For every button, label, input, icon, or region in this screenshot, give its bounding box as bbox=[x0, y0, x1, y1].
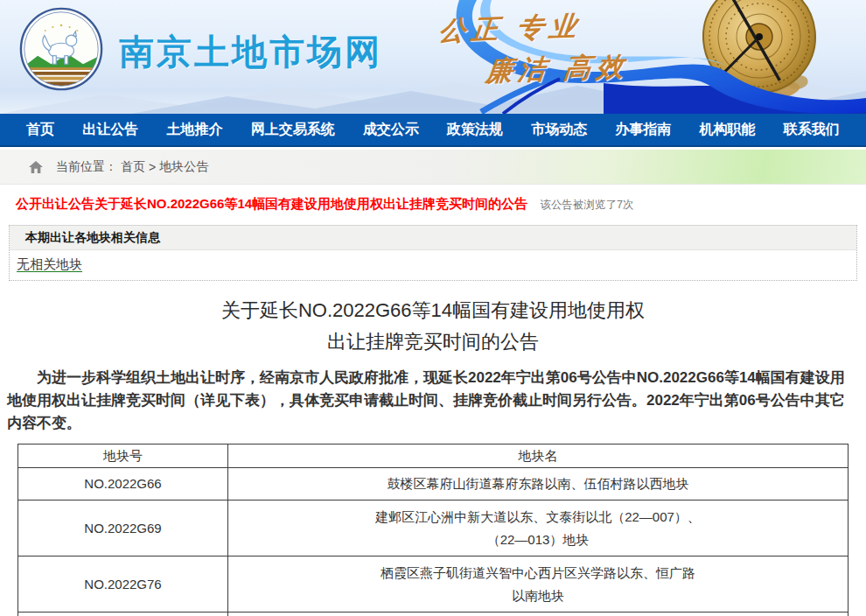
site-logo-icon bbox=[19, 7, 103, 91]
plot-number-cell: NO.2022G69 bbox=[18, 500, 228, 556]
home-icon bbox=[28, 160, 44, 174]
table-row: NO.2022G76 栖霞区燕子矶街道兴智中心西片区兴学路以东、恒广路 以南地块 bbox=[18, 556, 849, 612]
plots-table: 地块号 地块名 NO.2022G66 鼓楼区幕府山街道幕府东路以南、伍佰村路以西… bbox=[17, 444, 849, 616]
plot-name-cell: 栖霞区燕子矶街道兴智中心西片区兴学路以东、恒广路 以南地块 bbox=[228, 556, 849, 612]
breadcrumb-separator: > bbox=[149, 160, 156, 174]
slogan-line-2: 廉洁 高效 bbox=[484, 48, 631, 90]
notice-title: 公开出让公告关于延长NO.2022G66等14幅国有建设用地使用权出让挂牌竞买时… bbox=[16, 196, 527, 211]
breadcrumb-prefix: 当前位置： bbox=[56, 159, 117, 175]
no-related-plots-link[interactable]: 无相关地块 bbox=[17, 256, 82, 272]
site-header: 南京土地市场网 公正 专业 廉洁 高效 bbox=[0, 0, 866, 114]
plot-name-cell: 栖霞区迈皋桥街道燕春路以南、兴卫路以东地块 bbox=[228, 612, 849, 616]
notice-view-count: 该公告被浏览了7次 bbox=[541, 199, 634, 211]
nav-item-policies[interactable]: 政策法规 bbox=[447, 114, 503, 145]
table-header-row: 地块号 地块名 bbox=[18, 444, 849, 468]
nav-item-contact[interactable]: 联系我们 bbox=[784, 114, 840, 145]
article-title-line-2: 出让挂牌竞买时间的公告 bbox=[0, 326, 866, 358]
breadcrumb-home-link[interactable]: 首页 bbox=[121, 159, 145, 175]
plot-name-cell: 鼓楼区幕府山街道幕府东路以南、伍佰村路以西地块 bbox=[228, 468, 849, 500]
nav-item-transfer-notices[interactable]: 出让公告 bbox=[82, 114, 138, 145]
nav-item-online-trading[interactable]: 网上交易系统 bbox=[251, 114, 335, 145]
plot-name-cell: 建邺区江心洲中新大道以东、文泰街以北（22—007）、 （22—013）地块 bbox=[228, 500, 849, 556]
related-plots-box-body: 无相关地块 bbox=[10, 250, 856, 280]
related-plots-box-title: 本期出让各地块相关信息 bbox=[10, 226, 856, 250]
plot-number-cell: NO.2022G76 bbox=[18, 556, 228, 612]
table-row: NO.2022G66 鼓楼区幕府山街道幕府东路以南、伍佰村路以西地块 bbox=[18, 468, 849, 500]
site-title: 南京土地市场网 bbox=[119, 28, 382, 76]
main-nav: 首页 出让公告 土地推介 网上交易系统 成交公示 政策法规 市场动态 办事指南 … bbox=[0, 114, 866, 147]
column-header-plot-number: 地块号 bbox=[18, 444, 228, 468]
article-body-paragraph: 为进一步科学组织土地出让时序，经南京市人民政府批准，现延长2022年宁出第06号… bbox=[7, 367, 859, 435]
breadcrumb: 当前位置： 首页 > 地块公告 bbox=[0, 150, 866, 185]
plot-number-cell: NO.2022G79 bbox=[18, 612, 228, 616]
slogan-line-1: 公正 专业 bbox=[436, 8, 583, 50]
nav-item-service-guide[interactable]: 办事指南 bbox=[615, 114, 671, 145]
nav-item-functions[interactable]: 机构职能 bbox=[700, 114, 756, 145]
related-plots-box: 本期出让各地块相关信息 无相关地块 bbox=[9, 225, 857, 281]
plot-number-cell: NO.2022G66 bbox=[18, 468, 228, 500]
column-header-plot-name: 地块名 bbox=[228, 444, 849, 468]
table-row: NO.2022G69 建邺区江心洲中新大道以东、文泰街以北（22—007）、 （… bbox=[18, 500, 849, 556]
nav-item-home[interactable]: 首页 bbox=[26, 114, 54, 145]
nav-item-land-promotion[interactable]: 土地推介 bbox=[166, 114, 222, 145]
nav-item-deal-publicity[interactable]: 成交公示 bbox=[363, 114, 419, 145]
table-row: NO.2022G79 栖霞区迈皋桥街道燕春路以南、兴卫路以东地块 bbox=[18, 612, 849, 616]
article-title-line-1: 关于延长NO.2022G66等14幅国有建设用地使用权 bbox=[0, 295, 866, 326]
notice-line: 公开出让公告关于延长NO.2022G66等14幅国有建设用地使用权出让挂牌竞买时… bbox=[0, 185, 866, 218]
nav-item-market-news[interactable]: 市场动态 bbox=[531, 114, 587, 145]
breadcrumb-current: 地块公告 bbox=[159, 159, 208, 175]
